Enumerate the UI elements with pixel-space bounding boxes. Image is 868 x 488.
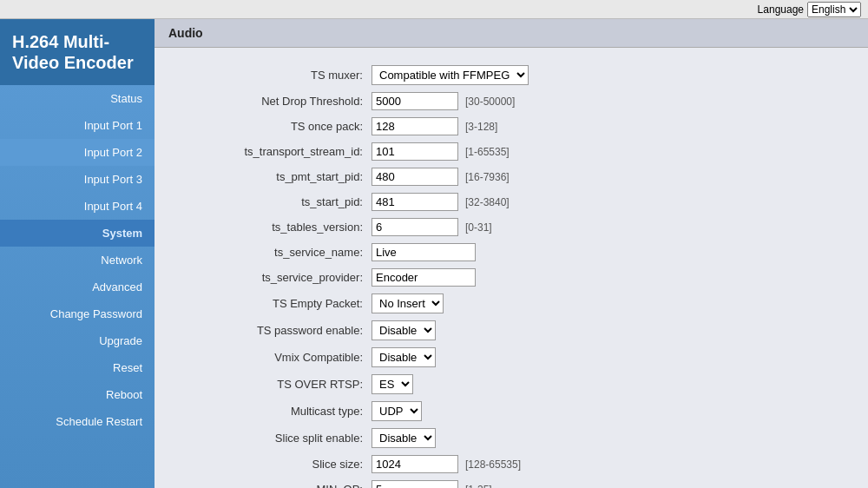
control-ts-password-enable: Disable Enable [372,320,436,340]
row-ts-transport-stream-id: ts_transport_stream_id: [1-65535] [181,142,842,161]
label-multicast-type: Multicast type: [181,405,372,418]
input-ts-start-pid[interactable] [372,193,458,211]
select-ts-muxer[interactable]: Compatible with FFMPEG Standard [372,65,529,85]
label-ts-transport-stream-id: ts_transport_stream_id: [181,145,372,158]
control-ts-empty-packet: No Insert Insert [372,293,444,313]
control-min-qp: [1-35] [372,480,492,488]
app-logo: H.264 Multi-Video Encoder [0,19,155,85]
label-ts-over-rtsp: TS OVER RTSP: [181,378,372,391]
row-ts-once-pack: TS once pack: [3-128] [181,117,842,135]
main-layout: H.264 Multi-Video Encoder Status Input P… [0,19,868,488]
input-ts-once-pack[interactable] [372,117,458,135]
row-ts-empty-packet: TS Empty Packet: No Insert Insert [181,293,842,313]
sidebar-item-input-port-1[interactable]: Input Port 1 [0,112,155,139]
range-ts-start-pid: [32-3840] [465,196,510,208]
input-ts-service-provider[interactable] [372,268,476,287]
control-ts-muxer: Compatible with FFMPEG Standard [372,65,529,85]
input-ts-transport-stream-id[interactable] [372,142,458,161]
row-ts-tables-version: ts_tables_version: [0-31] [181,218,842,236]
row-ts-service-name: ts_service_name: [181,243,842,261]
range-min-qp: [1-35] [465,484,492,489]
sidebar-item-advanced[interactable]: Advanced [0,274,155,300]
range-net-drop-threshold: [30-50000] [465,96,515,108]
control-ts-transport-stream-id: [1-65535] [372,142,510,161]
label-net-drop-threshold: Net Drop Threshold: [181,95,372,108]
row-multicast-type: Multicast type: UDP TCP [181,401,842,421]
input-min-qp[interactable] [372,480,458,488]
sidebar-item-system[interactable]: System [0,220,155,247]
input-net-drop-threshold[interactable] [372,92,458,110]
language-label: Language [758,3,804,16]
row-ts-start-pid: ts_start_pid: [32-3840] [181,193,842,211]
select-vmix-compatible[interactable]: Disable Enable [372,347,436,367]
control-ts-service-name [372,243,476,261]
select-multicast-type[interactable]: UDP TCP [372,401,422,421]
row-slice-split-enable: Slice split enable: Disable Enable [181,428,842,448]
content-body: TS muxer: Compatible with FFMPEG Standar… [155,48,868,488]
label-ts-tables-version: ts_tables_version: [181,221,372,234]
row-ts-pmt-start-pid: ts_pmt_start_pid: [16-7936] [181,168,842,186]
control-slice-split-enable: Disable Enable [372,428,436,448]
label-min-qp: MIN_QP: [181,483,372,488]
row-ts-password-enable: TS password enable: Disable Enable [181,320,842,340]
range-ts-transport-stream-id: [1-65535] [465,146,510,158]
row-net-drop-threshold: Net Drop Threshold: [30-50000] [181,92,842,110]
row-ts-muxer: TS muxer: Compatible with FFMPEG Standar… [181,65,842,85]
sidebar-item-input-port-4[interactable]: Input Port 4 [0,193,155,220]
label-ts-start-pid: ts_start_pid: [181,195,372,208]
sidebar-item-reboot[interactable]: Reboot [0,381,155,408]
select-ts-empty-packet[interactable]: No Insert Insert [372,293,444,313]
control-ts-service-provider [372,268,476,287]
row-min-qp: MIN_QP: [1-35] [181,480,842,488]
row-vmix-compatible: Vmix Compatible: Disable Enable [181,347,842,367]
label-ts-service-provider: ts_service_provider: [181,271,372,284]
sidebar-item-reset[interactable]: Reset [0,354,155,381]
control-multicast-type: UDP TCP [372,401,422,421]
language-select[interactable]: English [807,2,861,17]
input-ts-service-name[interactable] [372,243,476,261]
input-slice-size[interactable] [372,455,458,473]
sidebar: H.264 Multi-Video Encoder Status Input P… [0,19,155,488]
sidebar-item-input-port-3[interactable]: Input Port 3 [0,166,155,193]
sidebar-nav: Status Input Port 1 Input Port 2 Input P… [0,85,155,488]
control-slice-size: [128-65535] [372,455,521,473]
sidebar-item-schedule-restart[interactable]: Schedule Restart [0,408,155,435]
top-bar: Language English [0,0,868,19]
sidebar-item-change-password[interactable]: Change Password [0,300,155,327]
page-title: Audio [155,19,868,48]
content-area: Audio TS muxer: Compatible with FFMPEG S… [155,19,868,488]
label-ts-service-name: ts_service_name: [181,246,372,259]
label-slice-split-enable: Slice split enable: [181,432,372,445]
range-slice-size: [128-65535] [465,458,521,471]
label-slice-size: Slice size: [181,458,372,471]
range-ts-tables-version: [0-31] [465,221,492,234]
label-ts-once-pack: TS once pack: [181,120,372,133]
control-vmix-compatible: Disable Enable [372,347,436,367]
label-ts-password-enable: TS password enable: [181,324,372,337]
sidebar-item-upgrade[interactable]: Upgrade [0,327,155,354]
select-ts-password-enable[interactable]: Disable Enable [372,320,436,340]
label-vmix-compatible: Vmix Compatible: [181,351,372,364]
control-ts-once-pack: [3-128] [372,117,497,135]
control-net-drop-threshold: [30-50000] [372,92,515,110]
input-ts-pmt-start-pid[interactable] [372,168,458,186]
label-ts-empty-packet: TS Empty Packet: [181,297,372,310]
input-ts-tables-version[interactable] [372,218,458,236]
label-ts-pmt-start-pid: ts_pmt_start_pid: [181,170,372,183]
sidebar-item-status[interactable]: Status [0,85,155,112]
row-ts-over-rtsp: TS OVER RTSP: ES TS [181,374,842,394]
row-slice-size: Slice size: [128-65535] [181,455,842,473]
sidebar-item-input-port-2[interactable]: Input Port 2 [0,139,155,166]
control-ts-pmt-start-pid: [16-7936] [372,168,510,186]
row-ts-service-provider: ts_service_provider: [181,268,842,287]
control-ts-tables-version: [0-31] [372,218,492,236]
select-slice-split-enable[interactable]: Disable Enable [372,428,436,448]
control-ts-start-pid: [32-3840] [372,193,510,211]
range-ts-once-pack: [3-128] [465,121,497,133]
select-ts-over-rtsp[interactable]: ES TS [372,374,413,394]
control-ts-over-rtsp: ES TS [372,374,413,394]
sidebar-item-network[interactable]: Network [0,247,155,274]
label-ts-muxer: TS muxer: [181,69,372,82]
range-ts-pmt-start-pid: [16-7936] [465,171,510,183]
